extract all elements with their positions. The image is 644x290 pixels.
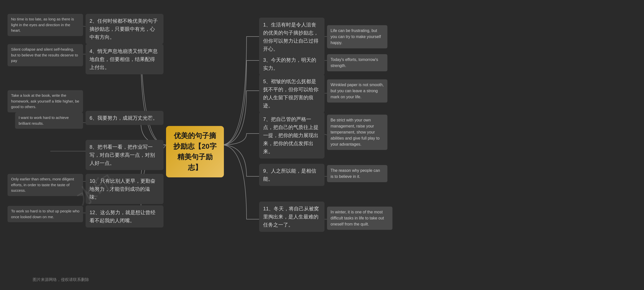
zh-box-r1: 1、生活有时是令人沮丧的优美的句子摘抄励志，但你可以努力让自己过得开心。 (259, 18, 325, 56)
en-box-r5: The reason why people can is to believe … (327, 165, 387, 182)
zh-box-r5: 9、人之所以能，是相信能。 (259, 164, 325, 186)
zh-box-l4: 8、把书看一看，把作业写一写，对自己要求高一点，对别人好一点。 (86, 140, 164, 170)
en-box-l5: Only earlier than others, more diligent … (8, 174, 83, 196)
en-box-l1: No time is too late, as long as there is… (8, 14, 83, 36)
en-box-l2: Silent collapse and silent self-healing,… (8, 44, 83, 66)
en-box-r3: Wrinkled paper is not smooth, but you ca… (327, 79, 387, 103)
copyright-text: 图片来源网络，侵权请联系删除 (33, 277, 89, 282)
en-box-l6: To work so hard is to shut up people who… (8, 206, 83, 222)
en-box-l3: I want to work hard to achieve brilliant… (15, 112, 83, 129)
mindmap-canvas: 优美的句子摘抄励志【20字精美句子励志】 2、任何时候都不晚优美的句子摘抄励志，… (0, 0, 644, 290)
en-box-r2: Today's efforts, tomorrow's strength. (327, 54, 387, 71)
en-box-l4: Take a look at the book, write the homew… (8, 90, 83, 112)
zh-box-l3: 6、我要努力，成就万丈光芒。 (86, 111, 164, 125)
zh-box-l2: 4、悄无声息地崩溃又悄无声息地自愈，但要相信，结果配得上付出。 (86, 44, 164, 74)
zh-box-r4: 7、把自己管的严格一点，把自己的气质往上提一提，把你的能力展现出来，把你的优点发… (259, 112, 325, 158)
zh-box-l5: 10、只有比别人更早，更勤奋地努力，才能尝到成功的滋味。 (86, 174, 164, 204)
zh-box-r3: 5、褶皱的纸怎么抚都是抚不平的，但你可以给你的人生留下很厉害的痕迹。 (259, 74, 325, 113)
center-node: 优美的句子摘抄励志【20字精美句子励志】 (166, 126, 224, 177)
zh-box-r2: 3、今天的努力，明天的实力。 (259, 53, 325, 75)
en-box-r1: Life can be frustrating, but you can try… (327, 25, 387, 48)
zh-box-l1: 2、任何时候都不晚优美的句子摘抄励志，只要眼中有光，心中有方向。 (86, 14, 164, 44)
zh-box-r6: 11、冬天，将自己从被窝里掏出来，是人生最难的任务之一了。 (259, 202, 325, 232)
en-box-r6: In winter, it is one of the most difficu… (327, 207, 392, 230)
zh-box-l6: 12、这么努力，就是想让曾经看不起我的人闭嘴。 (86, 205, 164, 228)
en-box-r4: Be strict with your own management, rais… (327, 115, 387, 150)
center-label: 优美的句子摘抄励志【20字精美句子励志】 (173, 132, 216, 171)
